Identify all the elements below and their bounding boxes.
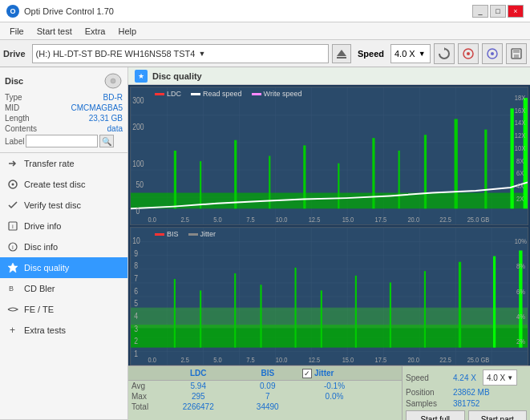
disc-contents-label: Contents [5,124,37,133]
stats-table: LDC BIS ✓ Jitter Avg 5.94 0.09 -0.1% [128,366,402,420]
sidebar-item-cd-bler[interactable]: B CD Bler [0,278,127,299]
cd-bler-icon: B [6,282,19,295]
svg-rect-32 [455,119,458,208]
drive-dropdown-icon: ▼ [198,50,205,58]
disc-label-input[interactable] [26,135,98,147]
svg-text:2.5: 2.5 [180,355,189,364]
svg-text:12X: 12X [515,131,526,139]
legend-ldc: LDC [155,90,181,98]
write-speed-legend-color [252,93,261,95]
disc-label-browse-button[interactable]: 🔍 [99,135,114,147]
drive-selector[interactable]: (H:) HL-DT-ST BD-RE WH16NS58 TST4 ▼ [32,44,329,63]
window-controls: _ □ × [472,5,524,18]
speed-row: Speed 4.24 X 4.0 X ▼ [406,370,527,386]
svg-text:25.0 GB: 25.0 GB [467,355,490,364]
menu-start-test[interactable]: Start test [30,25,79,38]
sidebar-item-verify-test-disc[interactable]: Verify test disc [0,195,127,216]
svg-rect-74 [493,256,496,348]
start-part-button[interactable]: Start part [468,410,528,420]
chart2-container: BIS Jitter [130,227,528,365]
jitter-legend-color [188,233,198,236]
close-button[interactable]: × [508,5,524,18]
drive-value: (H:) HL-DT-ST BD-RE WH16NS58 TST4 [36,49,196,59]
legend-write-speed: Write speed [252,90,302,98]
sidebar-item-drive-info[interactable]: i Drive info [0,216,127,236]
svg-text:4%: 4% [516,312,525,321]
chart1-legend: LDC Read speed Write speed [155,90,301,98]
extra-tests-icon: + [6,324,19,337]
disc-info-icon: i [6,240,19,253]
disc-length-row: Length 23,31 GB [5,114,123,123]
position-value: 23862 MB [453,388,490,397]
save-icon [510,47,523,60]
svg-text:6: 6 [134,285,138,295]
sidebar-item-extra-tests[interactable]: + Extra tests [0,320,127,341]
speed-selector[interactable]: 4.0 X ▼ [390,44,431,63]
maximize-button[interactable]: □ [490,5,506,18]
titlebar: O Opti Drive Control 1.70 _ □ × [0,0,530,22]
sidebar-item-disc-quality[interactable]: Disc quality [0,257,127,278]
sidebar-item-label-extra-tests: Extra tests [24,325,66,335]
stats-col-ldc-header: LDC [164,369,233,378]
speed-select[interactable]: 4.0 X ▼ [483,370,517,386]
svg-text:12.5: 12.5 [309,216,321,224]
sidebar-item-create-test-disc[interactable]: Create test disc [0,174,127,195]
sidebar-item-disc-info[interactable]: i Disc info [0,236,127,257]
speed-select-value: 4.0 X [487,374,505,382]
sidebar: Disc Type BD-R MID CMCMAGBA5 Length 23,3… [0,67,128,420]
svg-text:2.5: 2.5 [180,216,189,224]
stats-max-jitter: 0.0% [302,392,366,401]
svg-text:25.0 GB: 25.0 GB [467,216,490,224]
stats-header: LDC BIS ✓ Jitter [128,366,402,381]
disc-section-title: Disc [5,76,23,86]
jitter-checkbox[interactable]: ✓ [302,369,312,378]
chart1-container: LDC Read speed Write speed [130,87,528,225]
drive-label: Drive [3,49,26,59]
svg-text:8%: 8% [516,261,525,270]
refresh-icon [438,47,451,60]
content-icon: ★ [135,70,148,83]
svg-point-13 [12,184,14,186]
eject-button[interactable] [332,44,351,63]
stats-right: Speed 4.24 X 4.0 X ▼ Position 23862 MB S… [402,366,530,420]
svg-rect-35 [524,98,528,208]
menu-extra[interactable]: Extra [79,25,112,38]
svg-text:0.0: 0.0 [148,355,157,364]
disc-length-value: 23,31 GB [89,114,123,123]
svg-text:10: 10 [132,236,140,245]
media-button[interactable] [482,43,503,64]
sidebar-item-fe-te[interactable]: FE / TE [0,299,127,320]
verify-test-disc-icon [6,199,19,212]
refresh-button[interactable] [434,43,455,64]
media-icon [486,47,499,60]
svg-rect-31 [424,135,427,208]
svg-rect-23 [174,151,176,208]
minimize-button[interactable]: _ [472,5,488,18]
sidebar-item-label-disc-quality: Disc quality [24,263,69,273]
start-full-button[interactable]: Start full [406,410,465,420]
svg-text:15.0: 15.0 [342,216,354,224]
svg-text:100: 100 [132,159,144,168]
svg-rect-22 [131,193,528,209]
svg-text:7: 7 [134,273,138,283]
content-header: ★ Disc quality [128,67,530,85]
menu-help[interactable]: Help [111,25,143,38]
legend-bis-label: BIS [167,230,179,238]
svg-rect-28 [338,164,339,209]
bis-legend-color [155,233,164,236]
svg-text:300: 300 [132,95,144,105]
svg-rect-64 [174,279,176,348]
sidebar-item-label-disc-info: Disc info [24,242,58,252]
settings-button[interactable] [458,43,479,64]
svg-text:2%: 2% [516,337,525,345]
sidebar-item-transfer-rate[interactable]: Transfer rate [0,153,127,174]
save-button[interactable] [506,43,527,64]
chart1-svg: 300 200 100 50 0 18X 16X 14X 12X 10X 8X … [131,87,528,224]
svg-text:7.5: 7.5 [246,216,255,224]
sidebar-item-label-create-test-disc: Create test disc [24,180,85,189]
main-area: Disc Type BD-R MID CMCMAGBA5 Length 23,3… [0,67,530,420]
svg-text:14X: 14X [515,119,526,127]
sidebar-item-label-verify-test-disc: Verify test disc [24,200,81,210]
samples-label: Samples [406,399,450,408]
menu-file[interactable]: File [3,25,30,38]
